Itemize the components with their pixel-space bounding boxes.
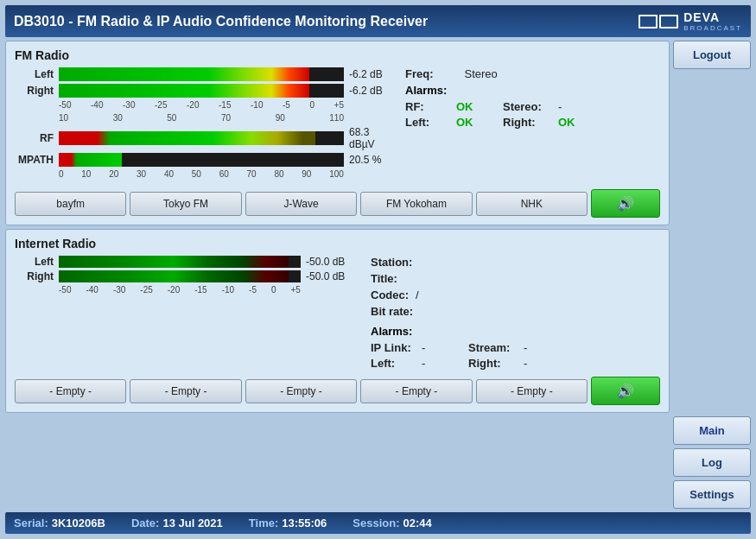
inet-right-value: -50.0 dB xyxy=(306,270,353,282)
mpath-meter-row: MPATH 20.5 % xyxy=(15,153,397,167)
fm-radio-panel: FM Radio Left -6.2 dB Righ xyxy=(5,41,670,225)
main-button[interactable]: Main xyxy=(673,416,751,445)
inet-preset-1[interactable]: - Empty - xyxy=(15,379,126,403)
fm-speaker-button[interactable]: 🔊 xyxy=(591,189,660,218)
fm-meter-scale: -50 -40 -30 -25 -20 -15 -10 -5 0 +5 xyxy=(59,100,344,110)
inet-alarms-grid: IP Link: - Stream: - Left: - Right: - xyxy=(371,341,660,370)
internet-radio-right: Station: Title: Codec: / Bit rate: xyxy=(362,256,660,370)
bitrate-row: Bit rate: xyxy=(371,305,660,318)
date-label: Date: xyxy=(131,517,160,529)
fm-alarms-section: Alarms: RF: OK Stereo: - Left: OK Right:… xyxy=(405,84,660,129)
codec-label: Codec: xyxy=(371,289,409,301)
fm-preset-5[interactable]: NHK xyxy=(476,192,588,216)
logo-text: DEVA xyxy=(683,10,742,24)
title-label: Title: xyxy=(371,272,397,285)
codec-row: Codec: / xyxy=(371,289,660,301)
inet-scale: -50 -40 -30 -25 -20 -15 -10 -5 0 +5 xyxy=(59,285,301,295)
settings-button[interactable]: Settings xyxy=(673,480,751,509)
inet-alarms-title: Alarms: xyxy=(371,325,660,338)
sidebar: Logout Main Log Settings xyxy=(673,41,751,509)
inet-presets-row: - Empty - - Empty - - Empty - - Empty - … xyxy=(15,377,660,405)
sidebar-spacer xyxy=(673,73,751,413)
inet-left-bar xyxy=(59,256,301,268)
rf-meter-row: RF 68.3 dBµV xyxy=(15,126,397,150)
inet-right-alarm-label: Right: xyxy=(468,357,520,370)
fm-right-value: -6.2 dB xyxy=(349,85,397,97)
internet-radio-title: Internet Radio xyxy=(15,237,660,250)
bitrate-label: Bit rate: xyxy=(371,305,413,318)
footer-serial: Serial: 3K10206B xyxy=(14,517,105,529)
fm-right-bar xyxy=(59,84,344,98)
mpath-bar xyxy=(59,153,344,167)
inet-alarms-section: Alarms: IP Link: - Stream: - Left: - Rig… xyxy=(371,325,660,370)
fm-left-meter-row: Left -6.2 dB xyxy=(15,67,397,81)
panels-col: FM Radio Left -6.2 dB Righ xyxy=(5,41,670,509)
inet-preset-4[interactable]: - Empty - xyxy=(360,379,472,403)
rf-bar xyxy=(59,131,344,145)
serial-value: 3K10206B xyxy=(52,517,105,529)
stereo-label: Stereo xyxy=(465,67,498,80)
fm-right-label: Right xyxy=(15,85,54,97)
fm-radio-title: FM Radio xyxy=(15,48,660,62)
stream-alarm-value: - xyxy=(524,341,567,354)
inet-right-meter-row: Right -50.0 dB xyxy=(15,270,353,282)
inet-left-alarm-value: - xyxy=(422,357,465,370)
inet-preset-3[interactable]: - Empty - xyxy=(245,379,357,403)
app-title: DB3010 - FM Radio & IP Audio Confidence … xyxy=(14,14,428,29)
inet-right-alarm-value: - xyxy=(524,357,567,370)
main-container: DB3010 - FM Radio & IP Audio Confidence … xyxy=(0,0,756,539)
fm-preset-2[interactable]: Tokyo FM xyxy=(130,192,241,216)
fm-alarms-title: Alarms: xyxy=(405,84,660,97)
logo: DEVA BROADCAST xyxy=(638,10,742,32)
fm-preset-3[interactable]: J-Wave xyxy=(245,192,357,216)
time-value: 13:55:06 xyxy=(282,517,327,529)
footer: Serial: 3K10206B Date: 13 Jul 2021 Time:… xyxy=(5,512,751,534)
mpath-bar-fill xyxy=(59,153,122,167)
footer-date: Date: 13 Jul 2021 xyxy=(131,517,223,529)
inet-preset-2[interactable]: - Empty - xyxy=(130,379,241,403)
fm-preset-1[interactable]: bayfm xyxy=(15,192,126,216)
internet-radio-panel: Internet Radio Left -50.0 dB xyxy=(5,229,670,413)
inet-right-bar xyxy=(59,270,301,282)
inet-left-label: Left xyxy=(15,256,54,268)
stereo-alarm-value: - xyxy=(558,100,601,113)
rf-alarm-value: OK xyxy=(456,100,499,113)
iplink-alarm-label: IP Link: xyxy=(371,341,418,354)
logout-button[interactable]: Logout xyxy=(673,41,751,69)
fm-left-value: -6.2 dB xyxy=(349,68,397,80)
left-alarm-label: Left: xyxy=(405,116,453,129)
station-row: Station: xyxy=(371,256,660,269)
fm-right-bar-fill xyxy=(59,84,309,98)
rf-bottom-scale: 0 10 20 30 40 50 60 70 80 90 100 xyxy=(59,169,344,179)
right-alarm-label: Right: xyxy=(503,116,555,129)
stream-alarm-label: Stream: xyxy=(468,341,520,354)
log-button[interactable]: Log xyxy=(673,448,751,477)
mpath-value: 20.5 % xyxy=(349,154,397,166)
logo-text-group: DEVA BROADCAST xyxy=(683,10,742,32)
fm-presets-row: bayfm Tokyo FM J-Wave FM Yokoham NHK 🔊 xyxy=(15,189,660,218)
rf-top-scale: 10 30 50 70 90 110 xyxy=(59,113,344,123)
fm-left-label: Left xyxy=(15,68,54,80)
rf-label: RF xyxy=(15,132,54,144)
inet-speaker-button[interactable]: 🔊 xyxy=(591,377,660,405)
rf-value: 68.3 dBµV xyxy=(349,126,397,150)
stereo-alarm-label: Stereo: xyxy=(503,100,555,113)
inet-left-meter-row: Left -50.0 dB xyxy=(15,256,353,268)
logo-rect-2 xyxy=(659,15,678,29)
inet-left-bar-fill xyxy=(59,256,289,268)
fm-radio-left: Left -6.2 dB Right -6.2 d xyxy=(15,67,397,182)
footer-time: Time: 13:55:06 xyxy=(249,517,327,529)
fm-left-bar xyxy=(59,67,344,81)
mpath-label: MPATH xyxy=(15,154,54,166)
fm-radio-inner: Left -6.2 dB Right -6.2 d xyxy=(15,67,660,182)
serial-label: Serial: xyxy=(14,517,48,529)
footer-session: Session: 02:44 xyxy=(353,517,431,529)
session-value: 02:44 xyxy=(403,517,431,529)
session-label: Session: xyxy=(353,517,399,529)
fm-alarms-grid: RF: OK Stereo: - Left: OK Right: OK xyxy=(405,100,660,129)
right-alarm-value: OK xyxy=(558,116,601,129)
inet-preset-5[interactable]: - Empty - xyxy=(476,379,588,403)
fm-preset-4[interactable]: FM Yokoham xyxy=(360,192,472,216)
internet-radio-inner: Left -50.0 dB Right -50.0 xyxy=(15,256,660,370)
iplink-alarm-value: - xyxy=(422,341,465,354)
